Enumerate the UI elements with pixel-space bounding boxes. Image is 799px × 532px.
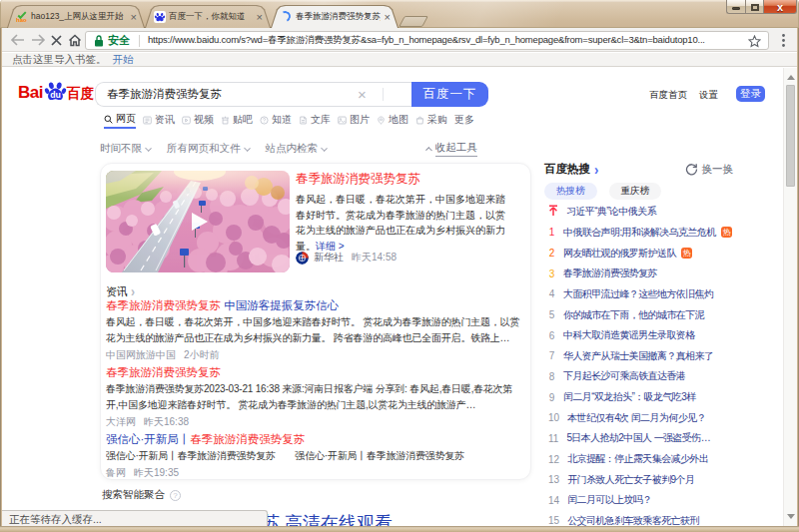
settings-link[interactable]: 设置 [699, 89, 718, 102]
video-thumbnail[interactable] [106, 171, 290, 272]
news-title[interactable]: 春季旅游消费强势复苏 [106, 365, 520, 379]
hot-search-title[interactable]: 百度热搜 [544, 162, 590, 177]
nav-tab-more[interactable]: 更多 [454, 115, 474, 129]
secure-lock-icon [94, 35, 104, 47]
hot-rank: 14 [548, 495, 559, 506]
time-filter[interactable]: 时间不限 [100, 142, 151, 156]
tab-baidu-home[interactable]: 百度一下，你就知道 × [145, 5, 271, 28]
forward-button[interactable] [30, 28, 46, 52]
hot-item[interactable]: 1中俄联合声明:用和谈解决乌克兰危机热 [548, 223, 733, 244]
login-button[interactable]: 登录 [736, 86, 765, 102]
url-text: https://www.baidu.com/s?wd=春季旅游消费强势复苏&sa… [148, 34, 705, 47]
refresh-button[interactable]: 换一换 [685, 163, 734, 177]
news-title[interactable]: 强信心·开新局丨春季旅游消费强势复苏 [106, 432, 520, 446]
bookmarks-start-link[interactable]: 开始 [113, 53, 134, 67]
top-result-card: 春季旅游消费强势复苏 春风起，春日暖，春花次第开，中国多地迎来踏春好时节。赏花成… [100, 163, 531, 480]
baidu-paw-favicon [154, 11, 166, 23]
hot-item[interactable]: 7华人资产从瑞士美国撤离？真相来了 [548, 345, 733, 366]
hot-rank: 4 [548, 288, 555, 299]
page-scrollbar[interactable] [783, 68, 797, 526]
chevron-down-icon [145, 145, 152, 152]
video-result[interactable]: 春季旅游消费强势复苏 春风起，春日暖，春花次第开，中国多地迎来踏春好时节。赏花成… [105, 168, 526, 272]
hot-item[interactable]: 10本世纪仅有4次 闰二月为何少见？ [548, 407, 733, 428]
hot-rank: 5 [548, 309, 555, 320]
search-tools-bar: 时间不限 所有网页和文件 站点内检索 收起工具 [100, 142, 727, 156]
minimize-button[interactable] [726, 0, 745, 14]
type-filter[interactable]: 所有网页和文件 [167, 142, 250, 156]
smart-aggregation[interactable]: 搜索智能聚合? [102, 488, 181, 502]
scrollbar-thumb[interactable] [786, 85, 795, 187]
hot-item[interactable]: 9闰二月“双龙抬头”：吸龙气吃3样 [548, 387, 733, 408]
nav-tab-webpage[interactable]: 网页 [104, 115, 136, 129]
nav-tab-tieba[interactable]: 贴吧 [221, 115, 253, 129]
collapse-tools[interactable]: 收起工具 [426, 141, 477, 157]
tab-close-icon[interactable]: × [384, 12, 392, 22]
new-tab-button[interactable] [399, 16, 428, 27]
hot-item-text: 闰二月“双龙抬头”：吸龙气吃3样 [563, 390, 696, 404]
site-filter[interactable]: 站点内检索 [266, 142, 328, 156]
news-title-rest[interactable]: 中国游客提振复苏信心 [221, 299, 339, 311]
hot-item[interactable]: 115日本人抢劫2中国人 一强盗受伤… [548, 428, 733, 449]
hot-tab-chongqing[interactable]: 重庆榜 [609, 183, 662, 200]
video-result-title[interactable]: 春季旅游消费强势复苏 [296, 172, 510, 187]
nav-tab-wenku[interactable]: 文库 [299, 115, 331, 129]
hot-item[interactable]: 2网友晒壮观的俄罗斯护送队热 [548, 243, 733, 264]
back-button[interactable] [9, 28, 25, 52]
news-snippet: 春季旅游消费强势复苏2023-03-21 16:38 来源:河南日报客户端 分享… [106, 381, 520, 413]
browser-window: x hao hao123_上网从这里开始 × 百度一下，你就知道 × [0, 0, 799, 532]
nav-tab-map[interactable]: 地图 [377, 115, 408, 129]
hot-item[interactable]: 3春季旅游消费强势复苏 [548, 264, 733, 284]
news-title-highlight[interactable]: 春季旅游消费强势复苏 [106, 299, 221, 311]
hot-item[interactable]: 15公交司机急刹车致乘客死亡获刑 [548, 511, 733, 526]
video-source[interactable]: 新华社 [314, 251, 344, 265]
hot-item[interactable]: 13开门杀致人死亡女子被判9个月 [548, 469, 733, 490]
hot-item[interactable]: 4大面积甲流过峰？这些地方依旧焦灼 [548, 284, 733, 305]
baidu-logo[interactable]: Bai du 百度 [18, 79, 94, 107]
home-button[interactable] [67, 28, 83, 52]
search-button[interactable]: 百度一下 [411, 82, 488, 107]
baidu-logo-cn: 百度 [67, 81, 94, 107]
stop-button[interactable] [49, 28, 63, 52]
news-title-highlight[interactable]: 春季旅游消费强势复苏 [106, 366, 221, 378]
news-result: 强信心·开新局丨春季旅游消费强势复苏 强信心·开新局丨春季旅游消费强势复苏 强信… [106, 432, 520, 479]
hot-item[interactable]: 8下月起长沙可乘高铁直达香港 [548, 366, 733, 387]
hot-item[interactable]: 12北京提醒：停止露天集会减少外出 [548, 449, 733, 470]
address-bar[interactable]: 安全 https://www.baidu.com/s?wd=春季旅游消费强势复苏… [85, 31, 769, 50]
tab-current-search[interactable]: 春季旅游消费强势复苏_百度搜索 × [271, 5, 399, 28]
chevron-right-icon: › [131, 284, 135, 300]
cherry-blossom-road-image [106, 171, 290, 272]
tab-hao123[interactable]: hao hao123_上网从这里开始 × [7, 5, 145, 28]
detail-link-label[interactable]: 详细 [316, 241, 336, 252]
hot-item[interactable]: 6中科大取消造黄谣男生录取资格 [548, 325, 733, 346]
baidu-home-link[interactable]: 百度首页 [649, 89, 687, 102]
hot-item[interactable]: 5你的城市在下雨，他的城市在下泥 [548, 304, 733, 325]
tab-close-icon[interactable]: × [130, 12, 138, 22]
detail-link[interactable]: 详细 > [316, 241, 345, 252]
nav-tab-zhidao[interactable]: 知道 [260, 115, 292, 129]
news-title[interactable]: 春季旅游消费强势复苏 中国游客提振复苏信心 [106, 298, 520, 312]
nav-tab-image[interactable]: 图片 [338, 115, 370, 129]
nav-tab-news[interactable]: 资讯 [143, 115, 175, 129]
scroll-down-arrow[interactable] [787, 514, 795, 519]
hot-rank: 9 [548, 392, 555, 403]
clear-search-icon[interactable]: × [350, 82, 375, 107]
hot-item-text: 本世纪仅有4次 闰二月为何少见？ [567, 411, 706, 425]
maximize-button[interactable] [745, 0, 764, 14]
maximize-icon [751, 4, 759, 11]
scroll-up-arrow[interactable] [787, 75, 795, 80]
hot-item[interactable]: 习近平“典”论中俄关系 [548, 202, 733, 223]
news-snippet: 强信心·开新局丨春季旅游消费强势复苏 强信心·开新局丨春季旅游消费强势复苏 [106, 448, 520, 464]
hot-tab-hotlist[interactable]: 热搜榜 [544, 183, 597, 200]
news-section-header[interactable]: 资讯› [106, 285, 520, 298]
close-button[interactable]: x [764, 0, 797, 14]
nav-tab-caigou[interactable]: 采购 [415, 115, 447, 129]
tab-close-icon[interactable]: × [256, 12, 264, 22]
hot-rank: 6 [548, 330, 555, 341]
browser-menu-button[interactable] [776, 33, 790, 47]
news-title-rest[interactable]: 强信心·开新局丨 [106, 433, 190, 445]
hot-item[interactable]: 14闰二月可以上坟吗？ [548, 490, 733, 511]
nav-tab-video[interactable]: 视频 [182, 115, 214, 129]
news-title-highlight[interactable]: 春季旅游消费强势复苏 [190, 433, 305, 445]
refresh-icon [685, 163, 698, 176]
bookmark-star-icon[interactable] [748, 35, 761, 48]
